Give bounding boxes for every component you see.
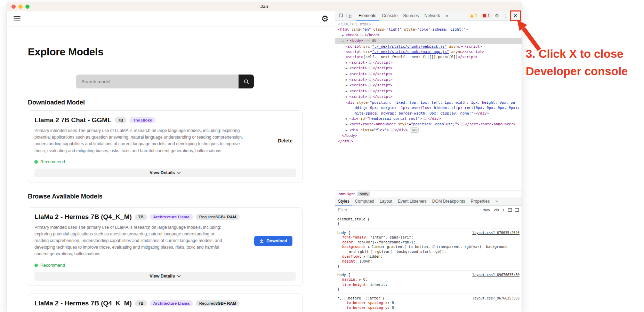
tab-properties[interactable]: Properties — [468, 197, 493, 205]
dom-node-line[interactable]: ▶ <script>…</script> — [335, 94, 522, 100]
grid-editor-icon[interactable] — [508, 208, 512, 212]
css-selector[interactable]: body { — [337, 273, 350, 277]
devtools-panel: Elements Console Sources Network » 1 1 — [335, 11, 522, 312]
dom-node-line[interactable]: <!DOCTYPE html> — [335, 22, 522, 27]
tab-network[interactable]: Network — [422, 11, 443, 21]
css-declaration[interactable]: end-rgb)) ) rgb(var(--background-start-r… — [337, 249, 520, 254]
model-badges: 7BThe Bloke — [115, 117, 156, 123]
css-declaration[interactable]: color: rgb(var(--foreground-rgb)); — [337, 240, 520, 244]
devtools-settings-icon[interactable]: ⚙ — [493, 12, 501, 20]
view-details-button[interactable]: View Details — [34, 272, 296, 281]
css-declaration[interactable]: line-height: inherit; — [337, 282, 520, 287]
minimize-window-button[interactable] — [18, 5, 23, 9]
jan-app-window: Jan ⚙ Explore Models — [7, 2, 522, 312]
model-title: Llama 2 7B Chat - GGML — [34, 116, 112, 124]
dom-node-line[interactable]: <script src="./_next/static/chunks/main-… — [335, 49, 522, 54]
download-button[interactable]: Download — [254, 236, 292, 246]
css-declaration[interactable]: font-family: "Inter", sans-serif; — [337, 235, 520, 240]
model-badges: 7BArchitecture LlamaRequired 8GB+ RAM — [135, 300, 240, 306]
new-style-rule-button[interactable]: + — [502, 208, 505, 212]
zoom-window-button[interactable] — [25, 5, 30, 9]
dom-node-line[interactable]: ▶ <next-route-announcer style="position:… — [335, 122, 522, 127]
css-selector[interactable]: body { — [337, 231, 350, 235]
model-badge: 7B — [115, 117, 127, 123]
model-badge: Architecture Llama — [150, 300, 193, 306]
css-declaration[interactable]: margin: ▶ 0; — [337, 277, 520, 282]
dom-node-line[interactable]: </body> — [335, 133, 522, 138]
view-details-button[interactable]: View Details — [34, 169, 296, 177]
css-declaration[interactable]: background: ▶ linear-gradient( to bottom… — [337, 244, 520, 249]
color-swatch-icon[interactable] — [433, 245, 435, 248]
dom-node-line[interactable]: ▶ <div class="flex">…</div>flex — [335, 127, 522, 133]
dom-node-line[interactable]: ▶ <head>…</head> — [335, 32, 522, 38]
stylesheet-link[interactable]: layout.css?_9676635:569 — [469, 296, 520, 301]
stylesheet-link[interactable]: layout.css?_676635:2546 — [469, 231, 520, 235]
css-selector[interactable]: element.style { — [337, 217, 370, 221]
more-tabs-chevron[interactable]: » — [443, 11, 451, 21]
tab-dom-breakpoints[interactable]: DOM Breakpoints — [429, 197, 468, 205]
tab-computed[interactable]: Computed — [352, 197, 377, 205]
flex-badge[interactable]: flex — [410, 127, 419, 133]
tab-styles[interactable]: Styles — [335, 197, 352, 205]
jan-app: ⚙ Explore Models Downloaded Model — [7, 11, 335, 312]
dom-node-line[interactable]: ▶ <div id="headlessui-portal-root">…</di… — [335, 116, 522, 122]
css-rule: *, ::before, ::after {layout.css?_967663… — [337, 295, 520, 312]
settings-gear-icon[interactable]: ⚙ — [321, 15, 329, 23]
devtools-close-button[interactable]: × — [511, 11, 520, 20]
css-selector[interactable]: *, ::before, ::after { — [337, 296, 385, 301]
dom-node-line[interactable]: <html lang="en" class="light" style="col… — [335, 27, 522, 32]
dom-node-line[interactable]: ▶ <script>…</script> — [335, 83, 522, 88]
class-toggle[interactable]: .cls — [493, 208, 499, 212]
dom-node-line[interactable]: <script src="./_next/static/chunks/webpa… — [335, 44, 522, 49]
model-title: LlaMa 2 - Hermes 7B (Q4_K_M) — [34, 299, 132, 307]
css-declaration[interactable]: height: 100vh; — [337, 259, 520, 264]
model-card-available: LlaMa 2 - Hermes 7B (Q4_K_M) 7BArchitect… — [28, 207, 303, 286]
css-declaration[interactable]: --tw-border-spacing-x: 0; — [337, 301, 520, 305]
dom-node-line[interactable]: ▶ <script>…</script> — [335, 71, 522, 77]
tab-layout[interactable]: Layout — [377, 197, 395, 205]
dom-node-line[interactable]: … ▾ <body> == $0 — [335, 38, 522, 44]
breadcrumb-body[interactable]: body — [357, 192, 370, 196]
dom-node-line[interactable]: dding: 0px; margin: -1px; overflow: hidd… — [335, 105, 522, 110]
dom-node-line[interactable]: </html> — [335, 139, 522, 144]
app-header: ⚙ — [7, 11, 335, 26]
model-badge: 7B — [135, 214, 147, 220]
error-count: 1 — [488, 14, 490, 18]
recommend-label: Recommend — [40, 263, 65, 268]
pseudo-state-toggle[interactable]: :hov — [483, 208, 490, 212]
delete-button[interactable]: Delete — [278, 138, 292, 143]
dom-node-line[interactable]: ▶ <script>…</script> — [335, 77, 522, 83]
error-badge[interactable]: 1 — [481, 13, 492, 18]
hamburger-menu-icon[interactable] — [14, 16, 21, 21]
css-declaration[interactable]: overflow: ▶ hidden; — [337, 254, 520, 259]
tab-sources[interactable]: Sources — [400, 11, 421, 21]
dom-node-line[interactable]: hite-space: nowrap; border-width: 0px; d… — [335, 111, 522, 116]
dom-node-line[interactable]: ▶ <script>…</script> — [335, 60, 522, 65]
downloaded-model-heading: Downloaded Model — [28, 99, 321, 106]
tab-event-listeners[interactable]: Event Listeners — [395, 197, 429, 205]
model-search-bar — [76, 75, 254, 88]
error-icon — [483, 14, 486, 17]
device-toolbar-icon[interactable] — [345, 12, 353, 20]
close-window-button[interactable] — [11, 5, 16, 9]
tab-elements[interactable]: Elements — [356, 11, 379, 21]
dom-node-line[interactable]: ▶ <script>…</script> — [335, 88, 522, 94]
styles-filter-input[interactable]: Filter — [338, 208, 480, 212]
view-details-label: View Details — [150, 274, 175, 279]
css-rule: body {layout.css?_676635:2546font-family… — [337, 229, 520, 271]
breadcrumb-html[interactable]: html.light — [337, 192, 357, 196]
tab-console[interactable]: Console — [379, 11, 400, 21]
search-button[interactable] — [239, 75, 254, 88]
inspect-element-icon[interactable] — [337, 12, 345, 20]
dom-node-line[interactable]: ▶ <script>…</script> — [335, 65, 522, 71]
search-input[interactable] — [76, 75, 239, 88]
dom-node-line[interactable]: <div style="position: fixed; top: 1px; l… — [335, 100, 522, 105]
more-style-tabs-chevron[interactable]: » — [492, 197, 500, 205]
css-declaration[interactable]: --tw-border-spacing-y: 0; — [337, 305, 520, 310]
computed-sidebar-icon[interactable] — [515, 208, 519, 212]
dom-node-line[interactable]: <script>(self.__next_f=self.__next_f||[]… — [335, 54, 522, 60]
model-card-available-partial: LlaMa 2 - Hermes 7B (Q4_K_M) 7BArchitect… — [28, 294, 303, 312]
stylesheet-link[interactable]: layout.css?_89676635:50 — [469, 273, 520, 277]
devtools-menu-icon[interactable]: ⋮ — [502, 12, 510, 20]
warning-badge[interactable]: 1 — [468, 13, 479, 18]
